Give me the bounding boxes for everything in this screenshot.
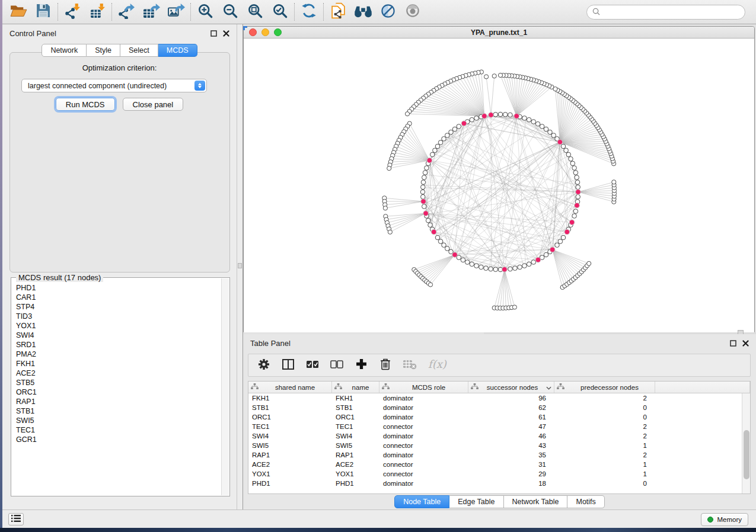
zoom-out-button[interactable]: [218, 1, 243, 23]
table-row[interactable]: TEC1TEC1connector472: [248, 422, 750, 431]
open-session-button[interactable]: [6, 1, 31, 23]
cell-successor-nodes: 18: [468, 480, 554, 487]
cell-name: RAP1: [332, 451, 379, 459]
tab-network[interactable]: Network: [42, 44, 87, 57]
tab-style[interactable]: Style: [87, 44, 120, 57]
memory-button[interactable]: Memory: [701, 513, 748, 526]
search-input[interactable]: [603, 8, 745, 17]
tab-mcds[interactable]: MCDS: [158, 44, 197, 57]
network-canvas[interactable]: [244, 39, 754, 332]
cell-shared-name: RAP1: [248, 451, 332, 459]
network-graph[interactable]: [244, 39, 754, 332]
table-row[interactable]: SWI5SWI5connector431: [248, 441, 750, 450]
mcds-result-item[interactable]: SWI4: [16, 331, 221, 340]
control-panel: Control Panel NetworkStyleSelectMCDS Opt…: [2, 24, 237, 509]
table-header-row: shared namenameMCDS rolesuccessor nodesp…: [248, 382, 750, 393]
cell-successor-nodes: 29: [468, 470, 554, 477]
function-builder-button: f(x): [427, 357, 448, 374]
mcds-result-item[interactable]: CAR1: [16, 293, 221, 302]
mcds-result-item[interactable]: GCR1: [16, 435, 221, 444]
search-box[interactable]: [586, 5, 745, 20]
table-row[interactable]: ACE2ACE2connector311: [248, 460, 750, 469]
mcds-result-item[interactable]: PMA2: [16, 350, 221, 359]
mcds-result-item[interactable]: YOX1: [16, 321, 221, 331]
save-session-icon: [36, 4, 50, 20]
export-table-button[interactable]: [139, 1, 164, 23]
mcds-result-item[interactable]: STB1: [16, 406, 221, 416]
tab-network-table[interactable]: Network Table: [504, 495, 568, 508]
cell-name: SWI4: [332, 432, 379, 440]
mcds-result-item[interactable]: STB5: [16, 378, 221, 387]
table-row[interactable]: PHD1PHD1dominator180: [248, 479, 750, 488]
tab-select[interactable]: Select: [120, 44, 158, 57]
search-network-button[interactable]: [350, 1, 375, 23]
table-row[interactable]: STB1STB1dominator620: [248, 403, 750, 412]
tab-edge-table[interactable]: Edge Table: [449, 495, 503, 508]
close-panel-button[interactable]: Close panel: [123, 98, 184, 111]
share-network-document-button[interactable]: [326, 1, 350, 23]
refresh-view-button[interactable]: [296, 1, 321, 23]
table-row[interactable]: RAP1RAP1dominator352: [248, 450, 750, 460]
cell-name: YOX1: [332, 470, 379, 477]
import-network-button[interactable]: [60, 1, 85, 23]
float-panel-icon[interactable]: [210, 30, 217, 37]
network-window-titlebar[interactable]: YPA_prune.txt_1: [244, 27, 754, 39]
node-table: shared namenameMCDS rolesuccessor nodesp…: [248, 381, 751, 494]
hide-graphics-details-button[interactable]: [375, 1, 400, 23]
open-session-icon: [10, 4, 27, 21]
delete-columns-button[interactable]: [378, 357, 393, 374]
tab-node-table[interactable]: Node Table: [394, 495, 449, 508]
column-header-predecessor-nodes[interactable]: predecessor nodes: [554, 382, 655, 393]
float-panel-icon[interactable]: [730, 340, 736, 347]
mcds-result-item[interactable]: STP4: [16, 302, 221, 312]
column-header-MCDS-role[interactable]: MCDS role: [379, 382, 468, 393]
mcds-result-item[interactable]: RAP1: [16, 397, 221, 406]
cell-predecessor-nodes: 1: [554, 442, 655, 449]
close-panel-icon[interactable]: [742, 340, 749, 347]
select-all-rows-button[interactable]: [305, 357, 320, 374]
zoom-selected-button[interactable]: [267, 1, 292, 23]
task-history-button[interactable]: [8, 513, 24, 525]
table-row[interactable]: SWI4SWI4dominator462: [248, 431, 750, 441]
zoom-in-button[interactable]: [193, 1, 218, 23]
cell-successor-nodes: 46: [468, 432, 554, 440]
column-header-shared-name[interactable]: shared name: [248, 382, 332, 393]
mcds-result-item[interactable]: TEC1: [16, 425, 221, 435]
mcds-result-item[interactable]: SRD1: [16, 340, 221, 350]
table-row[interactable]: ORC1ORC1dominator610: [248, 412, 750, 422]
mcds-result-item[interactable]: ORC1: [16, 387, 221, 397]
cell-predecessor-nodes: 0: [554, 414, 655, 421]
zoom-fit-button[interactable]: [243, 1, 267, 23]
mcds-result-item[interactable]: PHD1: [16, 283, 221, 293]
table-row[interactable]: FKH1FKH1dominator962: [248, 393, 750, 403]
column-layout-button[interactable]: [281, 357, 295, 374]
save-session-button[interactable]: [31, 1, 56, 23]
import-table-button[interactable]: [85, 1, 110, 23]
close-panel-icon[interactable]: [223, 30, 229, 37]
table-settings-button[interactable]: [257, 357, 271, 374]
show-graphics-details-button[interactable]: [400, 1, 425, 23]
splitter-grip[interactable]: [238, 263, 242, 268]
svg-text:f(x): f(x): [428, 358, 447, 370]
mcds-result-item[interactable]: FKH1: [16, 359, 221, 368]
cell-shared-name: STB1: [248, 404, 332, 411]
cell-shared-name: FKH1: [248, 395, 332, 402]
column-header-successor-nodes[interactable]: successor nodes: [468, 382, 554, 393]
mcds-result-scrollbar[interactable]: [221, 278, 229, 495]
column-header-name[interactable]: name: [332, 382, 379, 393]
vertical-splitter[interactable]: [237, 24, 243, 509]
table-scrollbar[interactable]: [742, 393, 750, 493]
export-network-button[interactable]: [114, 1, 139, 23]
mcds-result-item[interactable]: TID3: [16, 312, 221, 321]
table-row[interactable]: YOX1YOX1connector291: [248, 469, 750, 479]
export-image-button[interactable]: [164, 1, 189, 23]
optimization-criterion-dropdown[interactable]: largest connected component (undirected): [21, 79, 207, 92]
scrollbar-thumb[interactable]: [744, 430, 749, 479]
run-mcds-button[interactable]: Run MCDS: [56, 98, 115, 111]
cytoscape-window: Control Panel NetworkStyleSelectMCDS Opt…: [2, 0, 756, 528]
mcds-result-item[interactable]: SWI5: [16, 416, 221, 425]
add-column-button[interactable]: [354, 357, 368, 374]
tab-motifs[interactable]: Motifs: [567, 495, 604, 508]
deselect-all-rows-button[interactable]: [330, 357, 344, 374]
mcds-result-item[interactable]: ACE2: [16, 368, 221, 378]
